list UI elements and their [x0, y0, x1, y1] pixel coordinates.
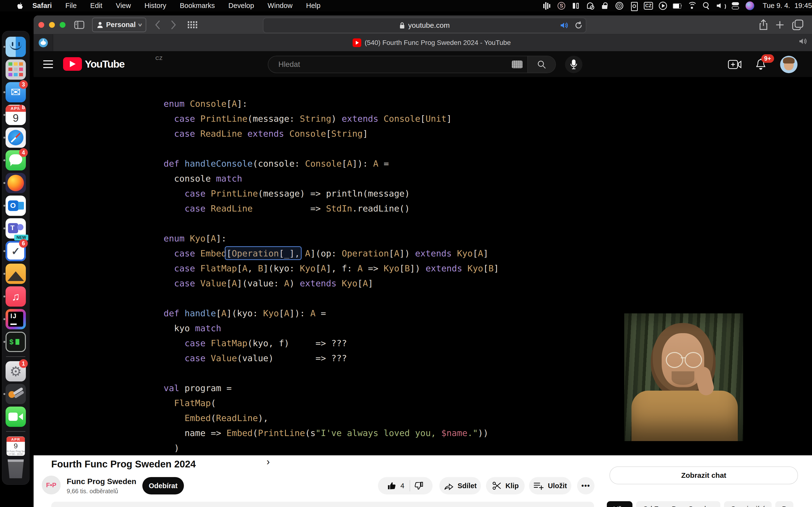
input-source-icon[interactable]: CZ [643, 0, 654, 11]
hamburger-menu-icon[interactable] [43, 60, 53, 68]
dock-terminal[interactable]: $ [4, 331, 27, 353]
new-tab-icon[interactable] [775, 20, 785, 30]
tab-overview-icon[interactable] [792, 19, 803, 30]
chip-P[interactable]: P [775, 501, 794, 507]
sidebar-toggle-icon[interactable] [74, 21, 84, 29]
search-bar[interactable] [268, 56, 556, 73]
dislike-button[interactable] [413, 481, 424, 491]
avatar[interactable] [780, 56, 798, 73]
more-actions-button[interactable]: ••• [577, 477, 595, 495]
menu-safari[interactable]: Safari [26, 2, 59, 10]
share-icon[interactable] [759, 19, 768, 31]
like-button[interactable] [387, 481, 397, 491]
screen-time-icon[interactable] [614, 0, 625, 11]
pinned-tab-reddit[interactable] [34, 34, 53, 51]
zoom-window-button[interactable] [60, 22, 65, 28]
battery-icon[interactable] [672, 0, 683, 11]
device-scan-icon[interactable] [628, 0, 640, 11]
share-button[interactable]: Sdílet [439, 477, 481, 495]
chip-Vše[interactable]: Vše [607, 501, 632, 507]
tab-audio-mute-icon[interactable] [560, 22, 568, 29]
siri-icon[interactable] [746, 1, 754, 10]
profile-button[interactable]: Personal v [92, 18, 146, 32]
notifications-button[interactable]: 9+ [755, 58, 767, 71]
active-tab[interactable]: (540) Fourth Func Prog Sweden 2024 - You… [353, 34, 511, 51]
apple-menu-icon[interactable] [17, 2, 23, 9]
search-button[interactable] [527, 56, 555, 73]
play-circle-icon[interactable] [657, 0, 668, 11]
wifi-icon[interactable] [686, 0, 698, 11]
dock-launchpad[interactable] [4, 58, 27, 81]
running-indicator [3, 273, 5, 275]
close-window-button[interactable] [39, 22, 44, 28]
address-bar[interactable]: youtube.com [263, 18, 586, 33]
window-audio-icon[interactable] [799, 38, 807, 45]
subscribe-button[interactable]: Odebírat [142, 477, 184, 495]
save-button[interactable]: Uložit [529, 477, 571, 495]
todo-icon: ✓6 [6, 241, 26, 261]
volume-icon[interactable] [715, 0, 726, 11]
create-video-button[interactable] [728, 59, 742, 69]
menu-view[interactable]: View [109, 2, 138, 10]
dock-firefox[interactable] [4, 172, 27, 194]
audio-levels-icon[interactable] [541, 0, 552, 11]
menu-bookmarks[interactable]: Bookmarks [173, 2, 221, 10]
s-badge-icon[interactable]: S [556, 0, 567, 11]
dock-keychain[interactable] [4, 383, 27, 405]
menu-edit[interactable]: Edit [83, 2, 109, 10]
dock-safari[interactable] [4, 126, 27, 149]
dock-messages[interactable]: 4 [4, 149, 27, 172]
code-line: kyo match [164, 321, 499, 336]
dock-mail[interactable]: ✉3 [4, 81, 27, 104]
channel-name[interactable]: Func Prog Sweden [67, 477, 136, 486]
dock-graphics-app[interactable] [4, 263, 27, 285]
dock: ✉3APR984OTNEW✓6♫IJ$⚙1APR9Fourth Func Pro… [2, 31, 30, 485]
menu-help[interactable]: Help [299, 2, 327, 10]
voice-search-button[interactable] [565, 56, 582, 73]
lock-icon [400, 22, 405, 29]
lock-edit-icon[interactable] [599, 0, 610, 11]
control-center-icon[interactable] [730, 0, 741, 11]
dock-teams[interactable]: TNEW [4, 217, 27, 240]
menu-develop[interactable]: Develop [221, 2, 261, 10]
dock-music[interactable]: ♫ [4, 285, 27, 308]
hand-time-icon[interactable] [585, 0, 596, 11]
minimize-window-button[interactable] [49, 22, 55, 28]
dock-todo[interactable]: ✓6 [4, 240, 27, 263]
dock-facetime[interactable] [4, 405, 27, 428]
dock-calendar-file[interactable]: APR9Fourth Func Prog Swed...17:00 - 19:0… [4, 435, 27, 457]
code-line: FlatMap( [164, 396, 499, 411]
chips-chevron-icon[interactable]: › [266, 456, 812, 467]
youtube-logo[interactable]: YouTube CZ [63, 57, 124, 71]
dock-trash[interactable] [4, 457, 27, 480]
chip-Od Func Prog Sweden[interactable]: Od Func Prog Sweden [636, 501, 720, 507]
clip-button[interactable]: Klip [486, 477, 525, 495]
menu-window[interactable]: Window [261, 2, 299, 10]
menu-file[interactable]: File [59, 2, 84, 10]
menu-bar-clock[interactable]: Tue 9. 4. 19:45 [763, 2, 812, 10]
code-line: case ReadLine => StdIn.readLine() [164, 201, 499, 216]
search-icon [537, 60, 546, 69]
show-chat-button[interactable]: Zobrazit chat [609, 466, 798, 484]
search-input[interactable] [268, 60, 512, 69]
dock-intellij[interactable]: IJ [4, 308, 27, 331]
chip-Související[interactable]: Související [724, 501, 771, 507]
logo-country-code: CZ [155, 55, 163, 61]
menu-history[interactable]: History [138, 2, 173, 10]
notification-badge: 6 [19, 239, 28, 248]
tab-group-grid-icon[interactable] [187, 21, 198, 29]
reload-icon[interactable] [575, 21, 582, 30]
channel-avatar[interactable]: F•P [42, 475, 61, 495]
dock-outlook[interactable]: O [4, 194, 27, 217]
forward-button[interactable] [170, 20, 176, 30]
dock-calendar[interactable]: APR98 [4, 104, 27, 126]
keyboard-icon[interactable] [512, 61, 522, 68]
spotlight-icon[interactable] [701, 0, 712, 11]
running-indicator [3, 114, 5, 116]
dock-settings[interactable]: ⚙1 [4, 360, 27, 383]
dock-finder[interactable] [4, 36, 27, 58]
description-box[interactable] [51, 502, 594, 507]
video-player[interactable]: enum Console[A]: case PrintLine(message:… [34, 77, 812, 456]
back-button[interactable] [154, 20, 161, 30]
split-view-icon[interactable] [570, 0, 581, 11]
